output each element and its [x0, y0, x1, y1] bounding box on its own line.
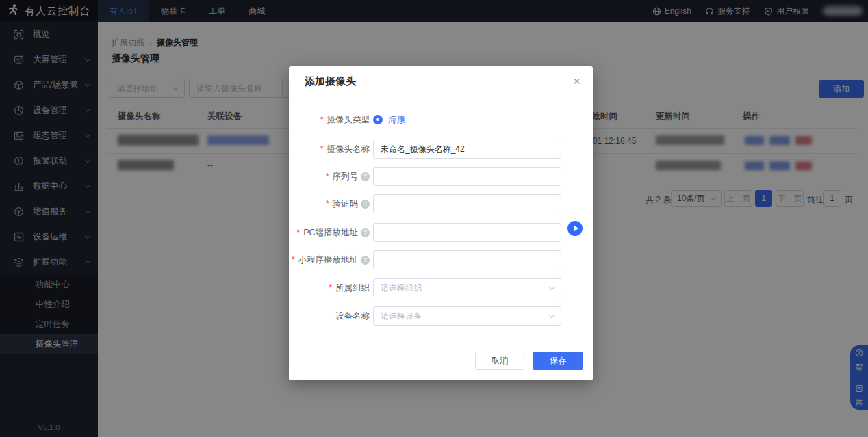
chevron-down-icon: [549, 284, 554, 289]
device-select[interactable]: 请选择设备: [373, 306, 561, 326]
app-root: 有人云控制台 有人IoT 物联卡 工单 商城 English 服务支持 用户权限: [0, 0, 868, 437]
close-icon[interactable]: ×: [570, 72, 583, 90]
required-asterisk: *: [296, 228, 300, 237]
verification-code-input[interactable]: [381, 195, 554, 213]
required-asterisk: *: [326, 172, 329, 181]
help-icon[interactable]: ?: [361, 172, 370, 181]
radio-selected-icon: [373, 115, 383, 124]
required-asterisk: *: [320, 115, 324, 124]
required-asterisk: *: [292, 255, 295, 265]
field-organization: *所属组织 请选择组织: [289, 278, 593, 297]
help-icon[interactable]: ?: [361, 200, 370, 209]
field-pc-play-url: *PC端播放地址?: [289, 223, 593, 242]
field-serial-number: *序列号?: [289, 167, 593, 186]
field-verification-code: *验证码?: [289, 194, 593, 213]
help-icon[interactable]: ?: [361, 228, 370, 237]
camera-type-radio-hikvision[interactable]: 海康: [373, 110, 405, 129]
miniprogram-play-url-input[interactable]: [381, 251, 554, 269]
help-icon[interactable]: ?: [361, 256, 370, 265]
chevron-down-icon: [549, 312, 554, 317]
dialog-title: 添加摄像头: [305, 75, 356, 88]
camera-name-input[interactable]: [381, 140, 554, 158]
field-miniprogram-play-url: *小程序播放地址?: [289, 250, 593, 269]
required-asterisk: *: [320, 144, 324, 154]
save-button[interactable]: 保存: [533, 352, 583, 370]
field-camera-name: *摄像头名称: [289, 140, 593, 159]
play-preview-button[interactable]: [567, 221, 583, 236]
required-asterisk: *: [326, 199, 329, 209]
add-camera-dialog: 添加摄像头 × *摄像头类型 海康 *摄像头名称 *序列号? *验证码? *PC…: [289, 66, 593, 380]
pc-play-url-input[interactable]: [381, 224, 554, 241]
field-device-name: 设备名称 请选择设备: [289, 306, 593, 326]
cancel-button[interactable]: 取消: [475, 352, 524, 370]
field-camera-type: *摄像头类型 海康: [289, 110, 593, 129]
serial-number-input[interactable]: [381, 168, 554, 185]
required-asterisk: *: [329, 283, 332, 293]
organization-select[interactable]: 请选择组织: [373, 278, 561, 297]
